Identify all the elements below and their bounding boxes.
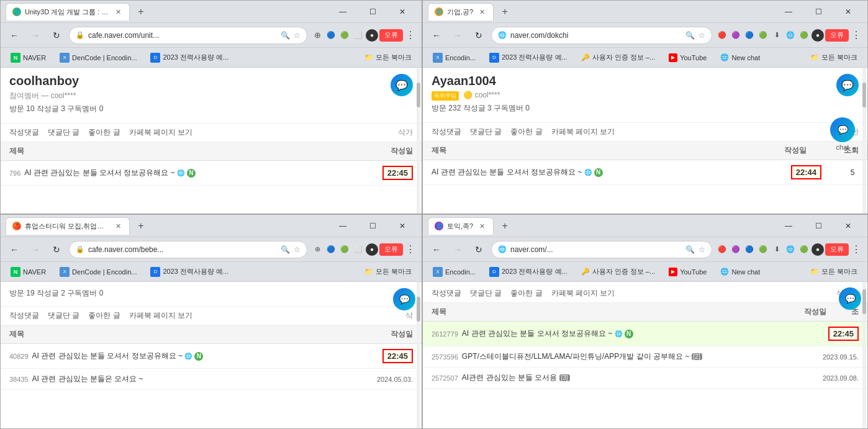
bookmark-newchat-2[interactable]: 🌐 New chat (715, 52, 765, 63)
refresh-btn-3[interactable]: ↻ (48, 241, 65, 258)
addr-icon-ext-4g[interactable]: 🟢 (798, 243, 810, 256)
bookmark-dencode-3[interactable]: X DenCode | Encodin... (55, 266, 142, 278)
profile-link-written-1[interactable]: 작성댓글 (9, 127, 39, 138)
tab-4-active[interactable]: 🌐 토익,족? ✕ (428, 217, 494, 235)
addr-icon-ext-3b[interactable]: 🔵 (325, 243, 337, 256)
address-input-1[interactable]: 🔒 cafe.naver.com/unit... 🔍 ☆ (69, 27, 307, 44)
back-btn-1[interactable]: ← (6, 27, 23, 44)
addr-icon-ext-4b[interactable]: 🟣 (730, 243, 742, 256)
addr-icon-ext-4e[interactable]: ⬇ (771, 243, 783, 256)
error-btn-3[interactable]: 오류 (379, 243, 403, 256)
addr-icon-ext-4d[interactable]: 🟢 (757, 243, 769, 256)
addr-icon-ext-2b[interactable]: 🟣 (730, 29, 742, 42)
error-btn-1[interactable]: 오류 (379, 29, 403, 42)
table-row-4-1[interactable]: 2573596 GPT/스테이블디퓨전/LLM/LAMA/파인튜닝/APP개발 … (423, 346, 867, 368)
close-btn-4[interactable]: ✕ (834, 215, 862, 237)
back-btn-2[interactable]: ← (428, 27, 445, 44)
addr-icon-ext-2c[interactable]: 🔵 (743, 29, 756, 42)
profile-link-written-2[interactable]: 작성댓글 (432, 127, 461, 137)
tab-close-4[interactable]: ✕ (477, 221, 487, 231)
bookmark-more-2[interactable]: 📁 모든 북마크 (805, 52, 862, 63)
bookmark-more-1[interactable]: 📁 모든 북마크 (359, 52, 417, 63)
addr-icon-ext-1c[interactable]: 🟢 (338, 29, 351, 42)
addr-icon-ext-1d[interactable]: ⬜ (352, 29, 364, 42)
error-btn-4[interactable]: 오류 (825, 243, 849, 256)
bookmark-yt-2[interactable]: ▶ YouTube (664, 52, 712, 63)
profile-link-liked-3[interactable]: 좋아한 글 (88, 310, 120, 321)
bookmark-2023-2[interactable]: D 2023 전력사용량 예... (484, 52, 572, 64)
tab-close-2[interactable]: ✕ (477, 7, 487, 17)
tab-3-active[interactable]: 🍎 휴업스터디워 모집,취업대학교... ✕ (6, 217, 130, 235)
chat-btn-float-4[interactable]: 💬 (839, 287, 861, 310)
minimize-btn-3[interactable]: — (328, 215, 357, 237)
addr-icon-ext-2d[interactable]: 🟢 (757, 29, 769, 42)
addr-icon-ext-2e[interactable]: ⬇ (771, 29, 783, 42)
chat-icon-1[interactable]: 💬 (391, 74, 413, 96)
forward-btn-2[interactable]: → (449, 27, 466, 44)
profile-link-liked-2[interactable]: 좋아한 글 (510, 127, 542, 137)
addr-icon-ext-4a[interactable]: 🔴 (716, 243, 728, 256)
delete-btn-1[interactable]: 삭가 (398, 127, 413, 138)
bookmark-encodin-2[interactable]: X Encodin... (428, 52, 481, 64)
refresh-btn-1[interactable]: ↻ (48, 27, 65, 44)
tab-1-active[interactable]: 🌐 Unity3D 게임 개발 그룹 : 네이... ✕ (6, 3, 130, 20)
profile-link-cafebook-1[interactable]: 카페북 페이지 보기 (129, 127, 193, 138)
table-row-2-0[interactable]: AI 관련 관심있는 분들 오셔서 정보공유해요 ~ 🌐N 22:44 5 (423, 160, 867, 185)
back-btn-3[interactable]: ← (6, 241, 23, 258)
chat-btn-float-3[interactable]: 💬 (393, 288, 415, 310)
back-btn-4[interactable]: ← (428, 241, 445, 258)
forward-btn-4[interactable]: → (449, 241, 466, 258)
table-row-4-2[interactable]: 2572507 AI관련 관심있는 분들 오서용 [3] 2023.09.08. (423, 368, 867, 389)
addr-icon-ext-1b[interactable]: 🔵 (325, 29, 337, 42)
menu-icon-1[interactable]: ⋮ (404, 29, 417, 42)
menu-icon-4[interactable]: ⋮ (850, 243, 862, 256)
addr-icon-ext-2h[interactable]: ● (811, 29, 824, 42)
minimize-btn-2[interactable]: — (774, 1, 803, 23)
close-btn-3[interactable]: ✕ (388, 215, 417, 237)
bookmark-dencode-1[interactable]: X DenCode | Encodin... (55, 52, 142, 64)
minimize-btn-1[interactable]: — (328, 1, 357, 23)
addr-icon-ext-3e[interactable]: ● (366, 243, 378, 256)
addr-icon-ext-3d[interactable]: ⬜ (352, 243, 364, 256)
new-tab-btn-1[interactable]: + (132, 3, 150, 20)
maximize-btn-3[interactable]: ☐ (358, 215, 387, 237)
chat-btn-float-2[interactable]: 💬 (830, 117, 855, 142)
star-icon-4[interactable]: ☆ (698, 245, 705, 254)
profile-link-liked-1[interactable]: 좋아한 글 (88, 127, 120, 138)
bookmark-naver-3[interactable]: N NAVER (6, 266, 51, 278)
tab-close-3[interactable]: ✕ (113, 221, 123, 231)
maximize-btn-4[interactable]: ☐ (804, 215, 833, 237)
address-input-4[interactable]: 🌐 naver.com/... 🔍 ☆ (491, 241, 712, 258)
addr-icon-ext-4h[interactable]: ● (811, 243, 824, 256)
maximize-btn-1[interactable]: ☐ (358, 1, 387, 23)
bookmark-more-4[interactable]: 📁 모든 북마크 (805, 266, 862, 278)
star-icon-2[interactable]: ☆ (698, 31, 705, 40)
bookmark-encodin-4[interactable]: X Encodin... (428, 266, 481, 278)
star-icon-3[interactable]: ☆ (294, 245, 301, 254)
delete-btn-3[interactable]: 삭 (405, 310, 413, 321)
address-input-3[interactable]: 🔒 cafe.naver.com/bebe... 🔍 ☆ (69, 241, 307, 258)
scroll-indicator-1[interactable] (417, 68, 420, 214)
profile-link-cafebook-4[interactable]: 카페북 페이지 보기 (551, 288, 615, 299)
minimize-btn-4[interactable]: — (774, 215, 803, 237)
bookmark-2023-4[interactable]: D 2023 전력사용량 예... (484, 266, 572, 278)
profile-link-cafebook-2[interactable]: 카페북 페이지 보기 (551, 127, 615, 137)
profile-link-cafebook-3[interactable]: 카페북 페이지 보기 (129, 310, 193, 321)
bookmark-newchat-4[interactable]: 🌐 New chat (715, 266, 765, 277)
scroll-indicator-4[interactable] (862, 282, 866, 428)
profile-link-written-4[interactable]: 작성댓글 (432, 288, 461, 299)
close-btn-2[interactable]: ✕ (834, 1, 862, 23)
new-tab-btn-3[interactable]: + (132, 217, 150, 235)
addr-icon-ext-2g[interactable]: 🟢 (798, 29, 810, 42)
table-row-3-1[interactable]: 38435 AI 관련 관심있는 분들은 오셔요 ~ 2024.05.03. (1, 369, 422, 390)
addr-icon-ext-4f[interactable]: 🌐 (784, 243, 797, 256)
bookmark-2023-3[interactable]: D 2023 전력사용량 예... (145, 266, 233, 278)
error-btn-2[interactable]: 오류 (825, 29, 849, 42)
addr-icon-ext-1e[interactable]: ● (366, 29, 378, 42)
bookmark-more-3[interactable]: 📁 모든 북마크 (359, 266, 417, 278)
addr-icon-ext-2f[interactable]: 🌐 (784, 29, 797, 42)
close-btn-1[interactable]: ✕ (388, 1, 417, 23)
scroll-indicator-3[interactable] (417, 282, 420, 428)
addr-icon-ext-2a[interactable]: 🔴 (716, 29, 728, 42)
star-icon-1[interactable]: ☆ (294, 31, 301, 40)
